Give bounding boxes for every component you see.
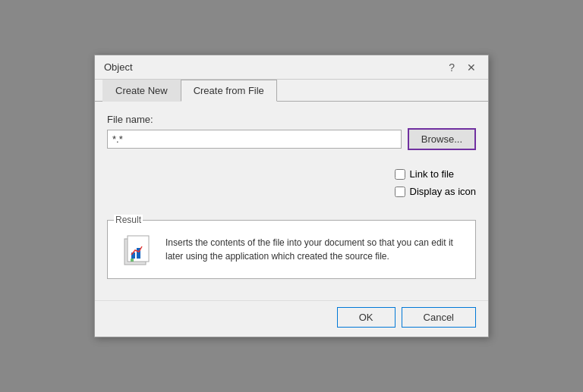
- title-bar-controls: ? ✕: [446, 62, 479, 73]
- file-name-row: Browse...: [107, 128, 476, 150]
- browse-button[interactable]: Browse...: [408, 128, 476, 150]
- ok-button[interactable]: OK: [337, 307, 395, 328]
- options-container: Link to file Display as icon: [107, 162, 476, 208]
- file-name-label: File name:: [107, 114, 476, 125]
- tab-create-new-label: Create New: [115, 85, 168, 96]
- dialog-body: File name: Browse... Link to file Displa…: [95, 102, 488, 300]
- dialog-title: Object: [104, 61, 133, 73]
- display-as-icon-row: Display as icon: [395, 186, 476, 197]
- link-to-file-checkbox[interactable]: [395, 169, 405, 180]
- result-box: Result Inserts the contents of the fi: [107, 220, 476, 279]
- dialog-footer: OK Cancel: [95, 300, 488, 337]
- title-bar: Object ? ✕: [95, 55, 488, 80]
- result-label: Result: [114, 215, 143, 225]
- display-as-icon-label[interactable]: Display as icon: [410, 186, 476, 197]
- close-button[interactable]: ✕: [464, 62, 479, 73]
- svg-rect-4: [131, 259, 134, 262]
- object-dialog: Object ? ✕ Create New Create from File F…: [94, 55, 489, 337]
- display-as-icon-checkbox[interactable]: [395, 187, 405, 197]
- tab-create-from-file-label: Create from File: [194, 85, 264, 96]
- link-to-file-label[interactable]: Link to file: [410, 168, 455, 180]
- file-name-input[interactable]: [107, 130, 402, 149]
- options-area: Link to file Display as icon: [395, 168, 476, 208]
- result-description: Inserts the contents of the file into yo…: [165, 236, 466, 263]
- result-icon: [117, 230, 156, 269]
- tabs-container: Create New Create from File: [95, 80, 488, 102]
- tab-create-new[interactable]: Create New: [102, 80, 181, 102]
- help-button[interactable]: ?: [446, 62, 458, 73]
- tab-create-from-file[interactable]: Create from File: [181, 80, 277, 102]
- link-to-file-row: Link to file: [395, 168, 455, 180]
- cancel-button[interactable]: Cancel: [402, 307, 476, 328]
